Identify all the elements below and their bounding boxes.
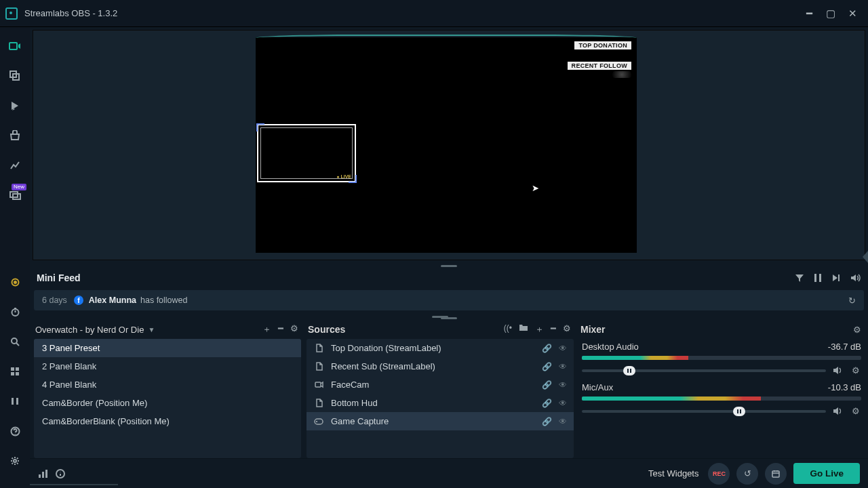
svg-point-16: [14, 460, 16, 462]
source-type-icon: [313, 418, 324, 425]
channel-settings-icon[interactable]: ⚙: [850, 365, 861, 375]
camera-selection-box[interactable]: LIVE: [257, 124, 356, 182]
source-visibility-icon[interactable]: 👁: [559, 399, 567, 408]
source-visibility-icon[interactable]: 👁: [559, 417, 567, 426]
source-folder-icon[interactable]: [519, 323, 528, 336]
info-icon[interactable]: [56, 469, 65, 479]
mute-icon[interactable]: [833, 407, 844, 415]
scene-item[interactable]: 3 Panel Preset: [34, 339, 301, 357]
status-bar: Test Widgets REC ↺ Go Live: [30, 458, 868, 488]
dashboard-tab-icon[interactable]: [5, 156, 24, 175]
scene-item[interactable]: 4 Panel Blank: [34, 375, 301, 394]
source-item[interactable]: Bottom Hud🔗👁: [307, 394, 574, 412]
channel-settings-icon[interactable]: ⚙: [850, 406, 861, 416]
source-item[interactable]: FaceCam🔗👁: [307, 375, 574, 394]
feed-skip-icon[interactable]: [831, 273, 841, 283]
replay-button[interactable]: ↺: [736, 463, 758, 485]
horizontal-splitter[interactable]: [30, 263, 868, 268]
overlay-recent-follow: RECENT FOLLOW: [568, 62, 631, 70]
close-button[interactable]: ✕: [848, 9, 857, 18]
editor-tab-icon[interactable]: [5, 37, 24, 56]
source-lock-icon[interactable]: 🔗: [542, 380, 552, 390]
mixer-panel: Mixer ⚙ Desktop Audio-36.7 dB⚙Mic/Aux-10…: [579, 320, 864, 458]
source-label: Bottom Hud: [331, 398, 378, 408]
timer-icon[interactable]: [5, 302, 24, 321]
source-settings-icon[interactable]: ⚙: [563, 323, 571, 336]
audio-meter: [582, 356, 861, 360]
sources-panel: Sources ((• ＋ ━ ⚙ Top Donation (StreamLa…: [307, 320, 574, 458]
source-lock-icon[interactable]: 🔗: [542, 362, 552, 371]
svg-point-6: [14, 281, 16, 283]
feed-entry[interactable]: 6 days f Alex Munna has followed ↻: [34, 290, 864, 310]
grid-icon[interactable]: [5, 362, 24, 381]
mixer-settings-icon[interactable]: ⚙: [853, 325, 861, 335]
source-item[interactable]: Recent Sub (StreamLabel)🔗👁: [307, 357, 574, 375]
new-badge: New: [12, 184, 26, 190]
feed-volume-icon[interactable]: [850, 273, 861, 283]
source-visibility-icon[interactable]: 👁: [559, 344, 567, 353]
minimize-button[interactable]: ━: [804, 9, 814, 18]
stats-icon[interactable]: [38, 469, 47, 479]
alertbox-tab-icon[interactable]: [5, 96, 24, 115]
scene-item[interactable]: Cam&Border (Position Me): [34, 394, 301, 412]
svg-rect-14: [16, 398, 18, 405]
svg-rect-0: [9, 43, 17, 49]
source-add-icon[interactable]: ＋: [535, 323, 544, 336]
source-item[interactable]: Game Capture🔗👁: [307, 412, 574, 430]
channel-db: -10.3 dB: [828, 382, 861, 392]
volume-slider[interactable]: [582, 369, 826, 372]
scene-settings-icon[interactable]: ⚙: [290, 323, 298, 336]
scene-item[interactable]: 2 Panel Blank: [34, 357, 301, 375]
search-icon[interactable]: [5, 332, 24, 351]
mixer-channel: Desktop Audio-36.7 dB⚙: [582, 342, 861, 375]
test-widgets-button[interactable]: Test Widgets: [648, 468, 698, 479]
source-lock-icon[interactable]: 🔗: [542, 344, 552, 353]
scene-remove-icon[interactable]: ━: [278, 323, 283, 336]
highlight-icon[interactable]: [5, 272, 24, 291]
pause-icon[interactable]: [5, 392, 24, 411]
feed-pause-icon[interactable]: [814, 273, 822, 283]
go-live-button[interactable]: Go Live: [793, 463, 860, 484]
mixer-title: Mixer: [580, 324, 606, 335]
scenes-panel: Overwatch - by Nerd Or Die ▼ ＋ ━ ⚙ 3 Pan…: [34, 320, 301, 458]
layout-tab-icon[interactable]: [5, 66, 24, 85]
feed-user-name: Alex Munna: [89, 296, 136, 305]
facebook-icon: f: [74, 296, 83, 305]
window-title: Streamlabs OBS - 1.3.2: [24, 8, 117, 18]
scenes-list: 3 Panel Preset2 Panel Blank4 Panel Blank…: [34, 339, 301, 458]
preview-area[interactable]: TOP DONATION RECENT FOLLOW LIVE ➤: [33, 30, 865, 260]
mouse-cursor: ➤: [532, 183, 539, 193]
scene-add-icon[interactable]: ＋: [262, 323, 271, 336]
feed-filter-icon[interactable]: [795, 273, 804, 283]
svg-point-8: [12, 338, 17, 344]
source-visibility-icon[interactable]: 👁: [559, 380, 567, 390]
source-camera-icon[interactable]: ((•: [504, 323, 512, 336]
volume-slider[interactable]: [582, 410, 826, 413]
preview-canvas[interactable]: TOP DONATION RECENT FOLLOW LIVE: [256, 37, 637, 253]
help-icon[interactable]: [5, 422, 24, 441]
settings-icon[interactable]: [5, 451, 24, 470]
source-label: Game Capture: [331, 416, 389, 426]
maximize-button[interactable]: ▢: [826, 9, 835, 18]
source-visibility-icon[interactable]: 👁: [559, 362, 567, 371]
feed-refresh-icon[interactable]: ↻: [848, 296, 856, 306]
mute-icon[interactable]: [833, 366, 844, 375]
source-lock-icon[interactable]: 🔗: [542, 399, 552, 408]
mini-feed-panel: Mini Feed 6 days f Alex Munna has follow…: [30, 268, 868, 316]
scene-collection-dropdown[interactable]: Overwatch - by Nerd Or Die ▼: [35, 325, 155, 335]
scene-item[interactable]: Cam&BorderBlank (Position Me): [34, 412, 301, 430]
source-remove-icon[interactable]: ━: [551, 323, 556, 336]
schedule-button[interactable]: [765, 463, 787, 485]
record-button[interactable]: REC: [708, 463, 730, 485]
overlay-top-donation: TOP DONATION: [574, 41, 631, 49]
store-tab-icon[interactable]: [5, 126, 24, 145]
theme-tab-icon[interactable]: New: [5, 186, 24, 205]
sources-title: Sources: [308, 324, 345, 335]
channel-db: -36.7 dB: [828, 342, 861, 352]
source-lock-icon[interactable]: 🔗: [542, 417, 552, 426]
source-type-icon: [313, 399, 324, 407]
source-type-icon: [313, 381, 324, 388]
svg-rect-19: [838, 274, 840, 281]
svg-rect-10: [16, 367, 19, 371]
source-item[interactable]: Top Donation (StreamLabel)🔗👁: [307, 339, 574, 357]
